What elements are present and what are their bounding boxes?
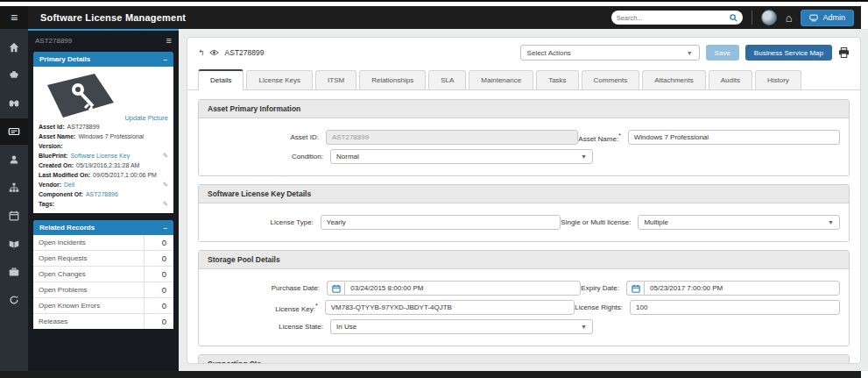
sidebar-header: AST278899 ≡ — [28, 31, 179, 50]
sidebar-menu-icon[interactable]: ≡ — [166, 35, 172, 46]
primary-details-title: Primary Details — [39, 55, 90, 63]
related-row-open-problems[interactable]: Open Problems0 — [33, 282, 173, 298]
save-button[interactable]: Save — [706, 45, 739, 61]
tab-tasks[interactable]: Tasks — [536, 70, 578, 89]
record-actions: Select Actions ▼ Save Business Service M… — [520, 45, 850, 61]
expiry-date-field[interactable] — [644, 281, 840, 296]
detail-label: Component Of: — [39, 189, 83, 199]
license-rights-label: License Rights: — [575, 303, 630, 311]
rail-knowledge-icon[interactable] — [0, 231, 28, 257]
related-row-open-requests[interactable]: Open Requests0 — [33, 251, 173, 267]
sidebar-record-id: AST278899 — [35, 37, 72, 45]
share-icon[interactable]: ↰ — [198, 48, 205, 57]
detail-value: Windows 7 Professional — [78, 132, 144, 141]
tab-details[interactable]: Details — [198, 69, 243, 90]
detail-created-on: Created On:05/19/2016,2:31:28 AM — [39, 160, 168, 170]
topbar-right: ⌂ Admin — [611, 10, 861, 26]
detail-value: 09/05/2017,1:00:06 PM — [93, 170, 157, 180]
section-body: License Type: Single or Multi license: M… — [199, 203, 849, 241]
license-type-label: License Type: — [208, 218, 321, 226]
rail-sync-icon[interactable] — [0, 287, 28, 313]
asset-id-field — [326, 130, 578, 145]
rail-portfolio-icon[interactable] — [0, 259, 28, 285]
rail-explore-icon[interactable] — [0, 90, 28, 117]
condition-select[interactable]: Normal ▼ — [330, 149, 593, 164]
related-row-open-incidents[interactable]: Open Incidents0 — [33, 235, 173, 251]
detail-vendor: Vendor:Dell✎ — [39, 180, 168, 189]
tab-attachments[interactable]: Attachments — [642, 70, 705, 89]
license-type-field[interactable] — [321, 215, 561, 230]
primary-details-body: Update Picture Asset Id:AST278899 Asset … — [33, 67, 173, 213]
asset-id-label: Asset ID: — [208, 133, 326, 141]
rail-users-icon[interactable] — [0, 146, 28, 173]
license-rights-field[interactable] — [630, 300, 840, 315]
calendar-icon[interactable] — [327, 281, 344, 296]
tab-license-keys[interactable]: License Keys — [246, 70, 313, 89]
asset-name-field[interactable] — [628, 130, 840, 145]
related-count: 0 — [144, 235, 173, 250]
tabs-row: Details License Keys ITSM Relationships … — [187, 66, 860, 90]
single-multi-license-select[interactable]: Multiple ▼ — [638, 215, 840, 230]
related-row-releases[interactable]: Releases0 — [33, 314, 173, 329]
tab-sla[interactable]: SLA — [428, 70, 466, 89]
rail-calendar-icon[interactable] — [0, 203, 28, 229]
related-count: 0 — [144, 282, 173, 297]
detail-value: AST278899 — [67, 122, 100, 132]
component-of-link[interactable]: AST278896 — [86, 189, 118, 199]
user-avatar[interactable] — [761, 10, 777, 25]
tab-itsm[interactable]: ITSM — [315, 70, 356, 89]
chevron-down-icon: ▼ — [581, 324, 587, 330]
hamburger-menu-icon[interactable]: ≡ — [0, 6, 28, 29]
detail-value: 05/19/2016,2:31:28 AM — [76, 160, 139, 170]
admin-button[interactable]: Admin — [801, 10, 854, 26]
global-search[interactable] — [611, 11, 743, 25]
section-body: Purchase Date: Expiry Date: — [199, 269, 849, 346]
business-service-map-button[interactable]: Business Service Map — [745, 45, 832, 61]
related-label: Releases — [33, 314, 144, 329]
rail-hierarchy-icon[interactable] — [0, 175, 28, 201]
select-actions-label: Select Actions — [527, 49, 571, 57]
tab-maintenance[interactable]: Maintenance — [469, 70, 533, 89]
detail-label: Last Modified On: — [39, 170, 90, 180]
rail-home-icon[interactable] — [0, 34, 28, 61]
vendor-link[interactable]: Dell — [64, 180, 74, 189]
related-row-open-changes[interactable]: Open Changes0 — [33, 267, 173, 282]
related-row-open-known-errors[interactable]: Open Known Errors0 — [33, 298, 173, 314]
purchase-date-field[interactable] — [344, 281, 581, 296]
section-body: Asset ID: Asset Name:* Condition: Normal — [199, 118, 849, 175]
details-tab-content: Asset Primary Information Asset ID: Asse… — [187, 90, 860, 363]
chevron-down-icon: ▼ — [687, 50, 693, 56]
print-icon[interactable] — [838, 47, 850, 58]
tab-audits[interactable]: Audits — [709, 70, 752, 89]
rail-assets-icon[interactable] — [0, 118, 28, 145]
calendar-icon[interactable] — [626, 281, 644, 296]
update-picture-link[interactable]: Update Picture — [124, 114, 168, 122]
tab-history[interactable]: History — [755, 70, 801, 89]
tab-comments[interactable]: Comments — [582, 70, 640, 89]
detail-label: BluePrint: — [39, 151, 67, 160]
blueprint-link[interactable]: Software License Key — [70, 151, 130, 160]
condition-value: Normal — [336, 153, 359, 160]
select-actions-dropdown[interactable]: Select Actions ▼ — [520, 45, 700, 61]
license-key-field[interactable] — [325, 300, 575, 315]
edit-pencil-icon[interactable]: ✎ — [163, 199, 168, 209]
detail-asset-id: Asset Id:AST278899 — [39, 122, 168, 132]
license-state-select[interactable]: In Use ▼ — [330, 319, 593, 334]
form-row: Purchase Date: Expiry Date: — [208, 281, 840, 296]
related-count: 0 — [144, 251, 173, 266]
detail-label: Vendor: — [39, 180, 61, 189]
admin-label: Admin — [822, 13, 845, 22]
single-multi-license-value: Multiple — [644, 218, 668, 226]
watch-icon[interactable] — [209, 49, 219, 56]
primary-details-panel: Primary Details – Update Picture — [33, 52, 173, 213]
edit-pencil-icon[interactable]: ✎ — [163, 180, 168, 189]
tab-relationships[interactable]: Relationships — [359, 70, 426, 89]
detail-asset-name: Asset Name:Windows 7 Professional — [39, 132, 168, 141]
rail-dashboard-icon[interactable] — [0, 62, 28, 89]
home-icon[interactable]: ⌂ — [786, 12, 793, 24]
collapse-icon[interactable]: – — [164, 55, 167, 63]
collapse-icon[interactable]: – — [164, 224, 167, 232]
section-title: Software License Key Details — [199, 185, 849, 203]
edit-pencil-icon[interactable]: ✎ — [163, 151, 168, 160]
search-input[interactable] — [617, 14, 726, 22]
